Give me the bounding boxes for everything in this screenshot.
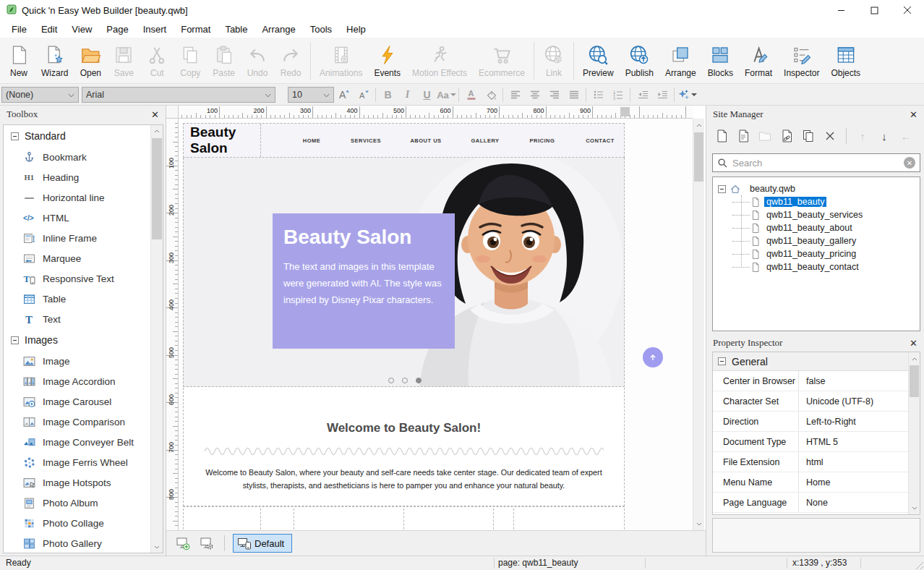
increase-indent-button[interactable]: [652, 85, 672, 104]
property-value[interactable]: Unicode (UTF-8): [798, 391, 908, 411]
new-page-button[interactable]: [714, 127, 730, 145]
format-button[interactable]: Format: [739, 39, 778, 82]
maximize-button[interactable]: [857, 0, 891, 20]
italic-button[interactable]: I: [398, 85, 417, 104]
carousel-dot-3[interactable]: [416, 378, 422, 383]
animations-button[interactable]: Animations: [314, 39, 368, 82]
toolbox-item-inline-frame[interactable]: Inline Frame: [4, 228, 150, 248]
numbered-list-button[interactable]: 123: [608, 85, 628, 104]
toolbox-item-bookmark[interactable]: Bookmark: [4, 147, 150, 167]
property-value[interactable]: Home: [798, 472, 908, 492]
nav-item-pricing[interactable]: PRICING: [530, 124, 555, 157]
menu-help[interactable]: Help: [339, 24, 373, 35]
property-value[interactable]: html: [798, 452, 908, 472]
tree-page-qwb11-beauty-pricing[interactable]: qwb11_beauty_pricing: [713, 247, 920, 260]
new-button[interactable]: New: [2, 39, 35, 82]
move-down-button[interactable]: ↓: [876, 130, 892, 142]
menu-table[interactable]: Table: [218, 24, 254, 35]
font-select[interactable]: Arial: [82, 87, 275, 103]
scroll-up-icon[interactable]: [151, 125, 163, 137]
menu-view[interactable]: View: [64, 24, 99, 35]
scroll-up-icon[interactable]: [693, 119, 704, 131]
menu-tools[interactable]: Tools: [303, 24, 339, 35]
toolbox-item-text[interactable]: T Text: [4, 309, 150, 329]
toolbox-item-image-comparison[interactable]: Image Comparison: [4, 412, 150, 432]
page-viewport[interactable]: Beauty Salon HOMESERVICESABOUT USGALLERY…: [179, 119, 693, 530]
style-select[interactable]: (None): [1, 87, 79, 103]
page-design[interactable]: Beauty Salon HOMESERVICESABOUT USGALLERY…: [183, 123, 625, 530]
save-button[interactable]: Save: [107, 39, 140, 82]
toolbox-item-image-carousel[interactable]: Image Carousel: [4, 391, 150, 412]
nav-item-gallery[interactable]: GALLERY: [471, 124, 499, 157]
scroll-up-icon[interactable]: [909, 353, 920, 365]
wizard-button[interactable]: Wizard: [35, 39, 74, 82]
scroll-to-top-button[interactable]: [643, 347, 663, 367]
toolbox-item-responsive-text[interactable]: T Responsive Text: [4, 268, 150, 289]
close-button[interactable]: [891, 0, 924, 20]
open-button[interactable]: Open: [74, 39, 107, 82]
ai-assistant-button[interactable]: [677, 85, 697, 104]
toolbox-item-horizontal-line[interactable]: Horizontal line: [4, 187, 150, 208]
collapse-icon[interactable]: [11, 336, 19, 344]
move-left-button[interactable]: ←: [898, 130, 914, 142]
redo-button[interactable]: Redo: [274, 39, 307, 82]
scroll-down-icon[interactable]: [909, 502, 920, 514]
property-row-file-extension[interactable]: File Extension html: [713, 452, 908, 472]
bold-button[interactable]: B: [378, 85, 398, 104]
menu-format[interactable]: Format: [174, 24, 218, 35]
menu-edit[interactable]: Edit: [34, 24, 64, 35]
close-icon[interactable]: ✕: [151, 110, 159, 119]
scroll-down-icon[interactable]: [151, 541, 163, 553]
site-search-box[interactable]: Search ✕: [712, 153, 920, 172]
carousel-dot-1[interactable]: [388, 378, 394, 383]
new-html-page-button[interactable]: [735, 127, 751, 145]
site-logo[interactable]: Beauty Salon: [184, 124, 261, 157]
toolbox-item-image-hotspots[interactable]: Image Hotspots: [4, 472, 150, 493]
cut-button[interactable]: Cut: [140, 39, 174, 82]
carousel-dot-2[interactable]: [402, 378, 408, 383]
inspector-button[interactable]: Inspector: [778, 39, 825, 82]
ecommerce-button[interactable]: Ecommerce: [473, 39, 531, 82]
delete-page-button[interactable]: [822, 127, 838, 145]
property-scrollbar[interactable]: [908, 352, 920, 514]
property-row-document-type[interactable]: Document Type HTML 5: [713, 432, 908, 452]
hero-carousel-block[interactable]: Beauty Salon The text and images in this…: [183, 158, 625, 387]
toolbox-item-html[interactable]: </> HTML: [4, 208, 150, 228]
preview-button[interactable]: Preview: [577, 39, 620, 82]
paste-button[interactable]: Paste: [207, 39, 241, 82]
collapse-icon[interactable]: [718, 185, 726, 193]
property-value[interactable]: HTML 5: [798, 432, 908, 451]
collapse-icon[interactable]: [11, 132, 19, 140]
tree-page-qwb11-beauty-gallery[interactable]: qwb11_beauty_gallery: [713, 234, 920, 247]
highlight-color-button[interactable]: [481, 85, 500, 104]
align-left-button[interactable]: [505, 85, 525, 104]
toolbox-section-standard[interactable]: Standard: [4, 125, 150, 147]
decrease-font-size-button[interactable]: A: [354, 85, 373, 104]
font-color-button[interactable]: A: [461, 85, 481, 104]
property-value[interactable]: false: [798, 371, 908, 391]
property-row-character-set[interactable]: Character Set Unicode (UTF-8): [713, 391, 908, 412]
page-header-block[interactable]: Beauty Salon HOMESERVICESABOUT USGALLERY…: [183, 123, 625, 158]
tree-page-qwb11-beauty-contact[interactable]: qwb11_beauty_contact: [713, 260, 920, 273]
scroll-down-icon[interactable]: [693, 518, 704, 529]
close-icon[interactable]: ✕: [910, 110, 917, 119]
scrollbar-thumb[interactable]: [152, 138, 162, 239]
minimize-button[interactable]: [824, 0, 857, 20]
move-right-button[interactable]: →: [920, 130, 924, 142]
font-size-select[interactable]: 10: [288, 87, 334, 103]
objects-button[interactable]: Objects: [825, 39, 866, 82]
tree-page-qwb11-beauty[interactable]: qwb11_beauty: [713, 195, 920, 208]
menu-file[interactable]: File: [4, 24, 34, 35]
tree-page-qwb11-beauty-services[interactable]: qwb11_beauty_services: [713, 208, 920, 221]
canvas-vertical-scrollbar[interactable]: [693, 119, 704, 530]
add-breakpoint-button[interactable]: [174, 535, 192, 552]
align-justify-button[interactable]: [564, 85, 583, 104]
align-center-button[interactable]: [525, 85, 544, 104]
underline-button[interactable]: U: [417, 85, 437, 104]
scrollbar-thumb[interactable]: [694, 132, 703, 182]
toolbox-item-photo-collage[interactable]: Photo Collage: [4, 513, 150, 533]
tree-page-qwb11-beauty-about[interactable]: qwb11_beauty_about: [713, 221, 920, 234]
bullet-list-button[interactable]: [589, 85, 608, 104]
property-value[interactable]: None: [798, 493, 908, 512]
property-section-general[interactable]: General: [713, 352, 920, 371]
